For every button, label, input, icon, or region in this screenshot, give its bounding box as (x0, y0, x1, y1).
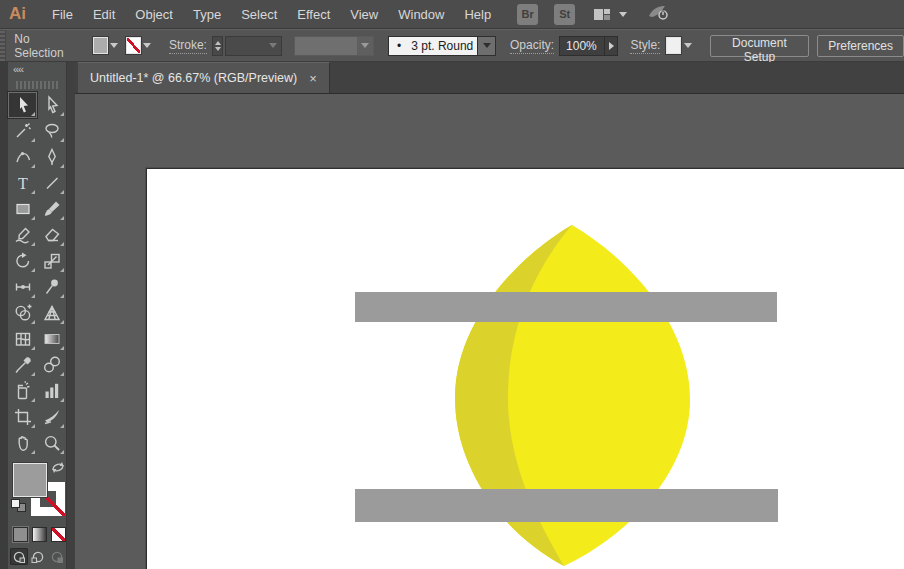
chevron-down-icon[interactable] (619, 12, 627, 17)
touch-workspace-icon[interactable] (647, 4, 671, 25)
mesh-tool[interactable] (8, 326, 37, 352)
stroke-weight-stepper[interactable] (212, 36, 224, 56)
menu-item-edit[interactable]: Edit (83, 0, 125, 29)
tools-grid: T (8, 92, 66, 456)
stroke-color-swatch[interactable] (126, 37, 141, 54)
default-fill-stroke-icon[interactable] (11, 499, 26, 512)
menu-item-type[interactable]: Type (183, 0, 231, 29)
style-caret[interactable] (681, 37, 693, 54)
scale-tool[interactable] (37, 248, 66, 274)
draw-behind-button[interactable] (29, 548, 47, 565)
gradient-icon (42, 329, 62, 349)
document-tab[interactable]: Untitled-1* @ 66.67% (RGB/Preview) × (78, 62, 330, 93)
column-graph-icon (42, 381, 62, 401)
none-swatch-button[interactable] (51, 527, 66, 542)
selection-icon (13, 95, 33, 115)
style-label[interactable]: Style: (630, 38, 660, 54)
opacity-label[interactable]: Opacity: (510, 38, 554, 54)
opacity-field[interactable]: 100% (559, 36, 605, 56)
fill-color-swatch[interactable] (93, 37, 108, 54)
blend-tool[interactable] (37, 352, 66, 378)
menu-item-file[interactable]: File (42, 0, 83, 29)
pen-icon (42, 147, 62, 167)
draw-normal-button[interactable] (10, 548, 28, 565)
banner-bar-bottom[interactable] (355, 489, 778, 522)
menu-items: FileEditObjectTypeSelectEffectViewWindow… (42, 0, 501, 29)
shaper-tool[interactable] (8, 222, 37, 248)
hand-tool[interactable] (8, 430, 37, 456)
slice-tool[interactable] (37, 404, 66, 430)
swap-fill-stroke-icon[interactable] (51, 461, 65, 477)
gradient-tool[interactable] (37, 326, 66, 352)
eyedropper-tool[interactable] (8, 352, 37, 378)
document-setup-button[interactable]: Document Setup (710, 35, 810, 57)
banner-bar-top[interactable] (355, 292, 777, 322)
type-icon: T (13, 173, 33, 193)
control-bar-grip[interactable] (0, 30, 6, 61)
menu-item-select[interactable]: Select (231, 0, 287, 29)
paintbrush-icon (42, 199, 62, 219)
perspective-grid-tool[interactable] (37, 300, 66, 326)
stroke-label[interactable]: Stroke: (169, 38, 207, 54)
direct-selection-tool[interactable] (37, 92, 66, 118)
curvature-tool[interactable] (8, 144, 37, 170)
magic-wand-tool[interactable] (8, 118, 37, 144)
brush-definition-dropdown[interactable]: • 3 pt. Round (388, 36, 496, 56)
artwork[interactable] (75, 94, 904, 569)
eraser-tool[interactable] (37, 222, 66, 248)
preferences-button[interactable]: Preferences (817, 35, 904, 57)
symbol-sprayer-tool[interactable] (8, 378, 37, 404)
tools-dock: «« T (0, 62, 75, 569)
rotate-tool[interactable] (8, 248, 37, 274)
fill-color-caret[interactable] (108, 37, 120, 54)
panel-button-st[interactable]: St (554, 4, 575, 25)
panel-grip[interactable] (16, 81, 58, 89)
panel-collapse-button[interactable]: «« (8, 62, 66, 79)
stroke-weight-dropdown[interactable] (225, 36, 281, 56)
line-segment-tool[interactable] (37, 170, 66, 196)
tab-close-icon[interactable]: × (309, 71, 317, 86)
shape-builder-tool[interactable] (8, 300, 37, 326)
type-tool[interactable]: T (8, 170, 37, 196)
menu-item-effect[interactable]: Effect (287, 0, 340, 29)
perspective-grid-icon (42, 303, 62, 323)
zoom-icon (42, 433, 62, 453)
artboard-icon (13, 407, 33, 427)
zoom-tool[interactable] (37, 430, 66, 456)
pen-tool[interactable] (37, 144, 66, 170)
menu-item-view[interactable]: View (340, 0, 388, 29)
eyedropper-icon (13, 355, 33, 375)
line-segment-icon (42, 173, 62, 193)
rectangle-tool[interactable] (8, 196, 37, 222)
selection-tool[interactable] (8, 92, 37, 118)
menu-item-window[interactable]: Window (388, 0, 454, 29)
menu-item-help[interactable]: Help (454, 0, 501, 29)
variable-width-profile-dropdown[interactable] (294, 36, 374, 56)
document-tab-bar: Untitled-1* @ 66.67% (RGB/Preview) × (75, 62, 904, 94)
puppet-warp-tool[interactable] (37, 274, 66, 300)
column-graph-tool[interactable] (37, 378, 66, 404)
stroke-color-caret[interactable] (141, 37, 153, 54)
tools-panel: «« T (8, 62, 67, 569)
menu-item-object[interactable]: Object (125, 0, 183, 29)
fill-proxy-swatch[interactable] (13, 463, 47, 497)
style-swatch[interactable] (666, 37, 681, 54)
paintbrush-tool[interactable] (37, 196, 66, 222)
app-logo: Ai (9, 4, 26, 24)
document-tab-title: Untitled-1* @ 66.67% (RGB/Preview) (90, 71, 297, 85)
panel-button-br[interactable]: Br (517, 4, 538, 25)
color-swatch-button[interactable] (13, 527, 28, 542)
brush-caret[interactable] (478, 36, 496, 56)
canvas-area[interactable] (75, 94, 904, 569)
magic-wand-icon (13, 121, 33, 141)
curvature-icon (13, 147, 33, 167)
gradient-swatch-button[interactable] (32, 527, 47, 542)
mesh-icon (13, 329, 33, 349)
workspace-switcher-icon[interactable] (593, 7, 611, 22)
width-tool[interactable] (8, 274, 37, 300)
artboard-tool[interactable] (8, 404, 37, 430)
opacity-expand-button[interactable] (605, 36, 618, 56)
draw-inside-button[interactable] (48, 548, 66, 565)
direct-selection-icon (42, 95, 62, 115)
lasso-tool[interactable] (37, 118, 66, 144)
